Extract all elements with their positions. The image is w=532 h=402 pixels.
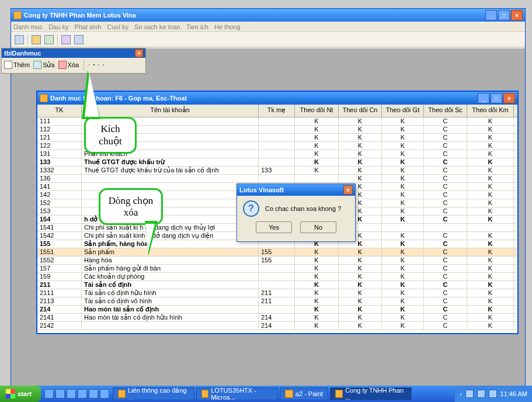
toolbar-icon[interactable] [74, 35, 84, 44]
clock[interactable]: 11:46 AM [500, 390, 527, 397]
table-row[interactable]: 2111 Tài sản cố định hữu hình211KKKCK [37, 289, 517, 297]
ql-icon[interactable] [44, 389, 54, 398]
table-row[interactable]: 1332 Thuế GTGT được khấu trừ của tài sản… [37, 167, 517, 175]
task-icon [118, 390, 126, 398]
toolbar-icon[interactable] [89, 64, 90, 65]
col-cn[interactable]: Theo dõi Cn [339, 105, 382, 117]
col-tk[interactable]: TK [37, 105, 82, 117]
xoa-button[interactable]: Xóa [58, 61, 79, 69]
callout-kich-chuot: Kích chuột [84, 117, 137, 154]
inner-close-button[interactable]: × [503, 93, 515, 103]
table-row[interactable]: 214Hao mòn tài sản cố địnhKKKCK [37, 306, 517, 314]
maximize-button[interactable]: □ [498, 10, 510, 20]
tbl-close-button[interactable]: × [135, 49, 143, 57]
dialog-title-text: Lotus Vinasoft [239, 186, 284, 193]
tray-chevron-icon[interactable]: ‹ [460, 391, 461, 397]
col-nt[interactable]: Theo dõi Nt [295, 105, 339, 117]
app-icon [13, 11, 22, 19]
menu-item[interactable]: Dau ky [48, 23, 68, 30]
task-icon [335, 390, 343, 398]
tbl-danhmuc-panel: tblDanhmuc × Thêm Sửa Xóa [1, 48, 146, 74]
ql-icon[interactable] [100, 389, 109, 398]
callout-tail [145, 221, 158, 256]
tbl-title[interactable]: tblDanhmuc × [2, 48, 145, 58]
main-toolbar [11, 32, 525, 47]
grid-header: TK Tên tài khoản Tk mẹ Theo dõi Nt Theo … [37, 105, 517, 117]
task-icon [201, 390, 208, 398]
table-row[interactable]: 2141 Hao mòn tài sản cố định hữu hình214… [37, 314, 517, 322]
toolbar-icon[interactable] [103, 64, 104, 65]
toolbar-icon[interactable] [98, 64, 99, 65]
ql-icon[interactable] [55, 389, 65, 398]
taskbar-task[interactable]: Liên thông cao đẳng ... [113, 387, 194, 400]
table-row[interactable]: 2142214KKKCK [37, 322, 517, 330]
table-row[interactable]: 1552 Hàng hóa155KKKCK [37, 257, 517, 265]
tray-icon[interactable] [465, 390, 474, 398]
ql-icon[interactable] [89, 389, 98, 398]
col-me[interactable]: Tk mẹ [259, 105, 295, 117]
menu-item[interactable]: Cuoi ky [107, 23, 128, 30]
menubar: Danh muc Dau ky Phat sinh Cuoi ky So sac… [11, 22, 525, 32]
menu-item[interactable]: Tien ich [186, 23, 208, 30]
inner-maximize-button[interactable]: □ [491, 93, 502, 103]
taskbar: start Liên thông cao đẳng ...LOTUS35HTX … [0, 386, 532, 402]
question-icon: ? [243, 200, 259, 217]
taskbar-task[interactable]: Cong ty TNHH Phan ... [330, 387, 412, 400]
tray-icon[interactable] [477, 390, 485, 398]
task-icon [285, 390, 293, 398]
sua-button[interactable]: Sửa [33, 61, 54, 69]
menu-item[interactable]: So sach ke toan [134, 23, 180, 30]
callout-tail [82, 70, 100, 119]
table-row[interactable]: 157Sản phẩm hàng gửi đi bánKKKCK [37, 265, 517, 273]
table-row[interactable]: 136KKCK [37, 175, 517, 183]
app-titlebar[interactable]: Cong ty TNHH Phan Mem Lotus Vina _ □ × [11, 9, 525, 22]
toolbar-icon[interactable] [15, 35, 24, 44]
ql-icon[interactable] [67, 389, 76, 398]
them-button[interactable]: Thêm [4, 61, 30, 69]
tray-icon[interactable] [489, 390, 497, 398]
table-row[interactable]: 1551 Sản phẩm155KKKCK [37, 248, 517, 257]
table-row[interactable]: 133Thuế GTGT được khấu trừKKKCK [37, 158, 517, 167]
toolbar-icon[interactable] [44, 35, 54, 44]
col-ten[interactable]: Tên tài khoản [82, 105, 259, 117]
inner-titlebar[interactable]: Danh muc tai khoan: F6 - Gop ma, Esc-Tho… [37, 92, 517, 105]
col-sc[interactable]: Theo dõi Sc [424, 105, 467, 117]
close-button[interactable]: × [511, 10, 523, 20]
start-button[interactable]: start [0, 386, 41, 402]
col-gt[interactable]: Theo dõi Gt [382, 105, 424, 117]
table-row[interactable]: 159Các khoản dự phòngKKKCK [37, 273, 517, 281]
menu-item[interactable]: Danh muc [13, 23, 43, 30]
tbl-title-text: tblDanhmuc [4, 50, 41, 57]
minimize-button[interactable]: _ [485, 10, 497, 20]
menu-item[interactable]: Phat sinh [74, 23, 101, 30]
table-row[interactable]: 211Tài sản cố địnhKKKCK [37, 281, 517, 289]
window-icon [40, 94, 48, 102]
excel-icon[interactable] [93, 64, 95, 65]
windows-logo-icon [6, 389, 15, 398]
callout-dong-chon-xoa: Dòng chọn xóa [99, 188, 163, 225]
dialog-close-button[interactable]: × [343, 185, 353, 195]
confirm-dialog: Lotus Vinasoft × ? Co chac chan xoa khon… [237, 183, 356, 242]
inner-minimize-button[interactable]: _ [478, 93, 489, 103]
yes-button[interactable]: Yes [256, 221, 292, 233]
system-tray[interactable]: ‹ 11:46 AM [455, 386, 532, 402]
ql-icon[interactable] [78, 389, 87, 398]
taskbar-task[interactable]: a2 - Paint [280, 387, 328, 400]
col-km[interactable]: Theo dõi Km [467, 105, 514, 117]
no-button[interactable]: No [300, 221, 336, 233]
dialog-titlebar[interactable]: Lotus Vinasoft × [237, 184, 355, 196]
toolbar-icon[interactable] [32, 35, 41, 44]
menu-item[interactable]: He thong [214, 23, 241, 30]
quick-launch [44, 389, 109, 398]
inner-title-text: Danh muc tai khoan: F6 - Gop ma, Esc-Tho… [50, 95, 478, 102]
dialog-message: Co chac chan xoa khong ? [265, 205, 341, 212]
app-title: Cong ty TNHH Phan Mem Lotus Vina [24, 12, 485, 19]
taskbar-task[interactable]: LOTUS35HTX - Micros... [196, 387, 278, 400]
toolbar-icon[interactable] [61, 35, 71, 44]
table-row[interactable]: 2113 Tài sản cố định vô hình211KKKCK [37, 297, 517, 306]
